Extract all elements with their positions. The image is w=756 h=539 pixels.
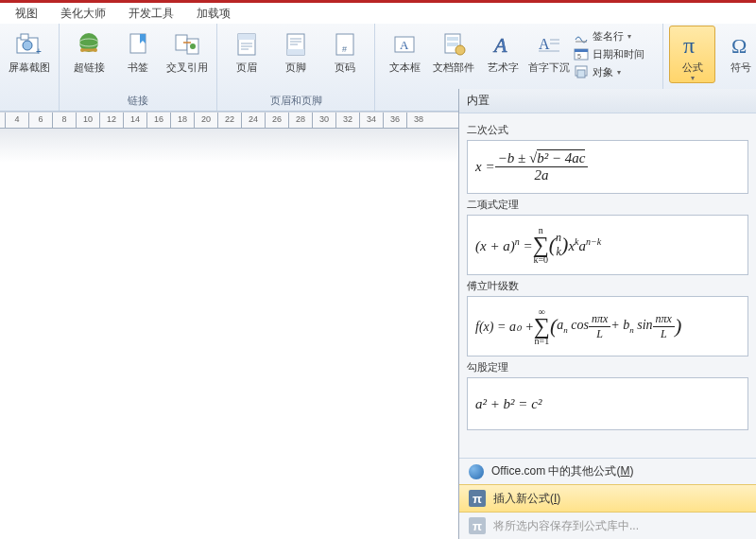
ruler-tick: 8 bbox=[52, 113, 76, 128]
bookmark-label: 书签 bbox=[128, 61, 148, 74]
footer-label: 页脚 bbox=[285, 61, 306, 74]
svg-point-11 bbox=[190, 43, 196, 49]
symbol-label: 符号 bbox=[730, 61, 751, 74]
tab-devtools[interactable]: 开发工具 bbox=[117, 3, 185, 23]
equation-office-more[interactable]: Office.com 中的其他公式(M) bbox=[459, 459, 756, 484]
symbol-icon: Ω bbox=[726, 29, 756, 60]
footer-icon bbox=[281, 29, 311, 60]
parts-icon bbox=[438, 29, 469, 60]
ruler-tick: 38 bbox=[406, 113, 430, 128]
ruler-tick: 16 bbox=[146, 113, 170, 128]
equation-button[interactable]: π 公式 ▾ bbox=[669, 26, 715, 83]
screenshot-button[interactable]: + 屏幕截图 bbox=[6, 26, 53, 74]
parts-label: 文档部件 bbox=[433, 61, 474, 74]
ruler-tick: 6 bbox=[28, 113, 52, 128]
equation-item-pythag[interactable]: a² + b² = c² bbox=[467, 377, 748, 430]
footer-button[interactable]: 页脚 bbox=[272, 26, 319, 74]
text-small-stack: 签名行 ▾ 5 日期和时间 对象 ▾ bbox=[572, 26, 657, 80]
equation-insert-new[interactable]: π 插入新公式(I) bbox=[459, 484, 756, 513]
dropcap-label: 首字下沉 bbox=[528, 61, 570, 74]
header-icon bbox=[232, 29, 262, 60]
object-button[interactable]: 对象 ▾ bbox=[572, 63, 657, 80]
equation-save-selection: π 将所选内容保存到公式库中... bbox=[459, 513, 756, 539]
crossref-button[interactable]: 交叉引用 bbox=[163, 26, 211, 74]
tab-addins[interactable]: 加载项 bbox=[185, 3, 242, 23]
svg-text:A: A bbox=[492, 33, 507, 57]
ruler-tick: 32 bbox=[335, 113, 359, 128]
header-label: 页眉 bbox=[236, 61, 257, 74]
ruler-tick: 14 bbox=[123, 113, 146, 128]
group-screenshot: + 屏幕截图 bbox=[0, 24, 60, 111]
hyperlink-button[interactable]: 超链接 bbox=[65, 26, 112, 74]
screenshot-icon: + bbox=[14, 29, 44, 60]
datetime-label: 日期和时间 bbox=[593, 47, 644, 61]
group-headerfooter: 页眉 页脚 # 页码 页眉和页脚 bbox=[217, 24, 375, 111]
svg-text:A: A bbox=[539, 36, 550, 52]
textbox-label: 文本框 bbox=[389, 61, 421, 74]
group-label-links: 链接 bbox=[65, 92, 211, 111]
dropcap-button[interactable]: A 首字下沉 bbox=[528, 26, 570, 74]
screenshot-label: 屏幕截图 bbox=[9, 61, 50, 74]
group-label-hf: 页眉和页脚 bbox=[223, 92, 369, 111]
tab-view[interactable]: 视图 bbox=[4, 3, 49, 23]
pi-icon: π bbox=[469, 490, 486, 507]
svg-text:#: # bbox=[342, 44, 347, 54]
textbox-button[interactable]: A 文本框 bbox=[381, 26, 428, 74]
bookmark-button[interactable]: 书签 bbox=[114, 26, 162, 74]
ruler-tick: 18 bbox=[170, 113, 194, 128]
dropcap-icon: A bbox=[534, 29, 564, 60]
equation-item-quadratic[interactable]: x = −b ± √b² − 4ac 2a bbox=[467, 140, 748, 194]
equation-title-fourier: 傅立叶级数 bbox=[467, 279, 748, 293]
ruler-tick: 30 bbox=[312, 113, 335, 128]
sigline-icon bbox=[574, 28, 589, 43]
ruler-tick: 22 bbox=[217, 113, 241, 128]
ruler-tick: 24 bbox=[241, 113, 265, 128]
globe-icon bbox=[469, 464, 484, 479]
svg-point-29 bbox=[455, 45, 465, 55]
svg-text:5: 5 bbox=[577, 53, 581, 60]
svg-rect-37 bbox=[575, 49, 588, 52]
pageno-label: 页码 bbox=[335, 61, 355, 74]
tab-beautify[interactable]: 美化大师 bbox=[49, 3, 117, 23]
pageno-icon: # bbox=[330, 29, 360, 60]
svg-rect-27 bbox=[447, 37, 458, 41]
equation-title-quadratic: 二次公式 bbox=[467, 123, 748, 137]
equation-title-pythag: 勾股定理 bbox=[467, 360, 748, 374]
group-links: 超链接 书签 交叉引用 链接 bbox=[60, 24, 217, 111]
bookmark-icon bbox=[123, 29, 153, 60]
equation-gallery-footer: Office.com 中的其他公式(M) π 插入新公式(I) π 将所选内容保… bbox=[459, 458, 756, 539]
pageno-button[interactable]: # 页码 bbox=[321, 26, 369, 74]
svg-text:+: + bbox=[36, 46, 42, 57]
svg-text:Ω: Ω bbox=[731, 34, 747, 57]
equation-save-selection-label: 将所选内容保存到公式库中... bbox=[493, 518, 639, 534]
svg-point-2 bbox=[23, 41, 32, 50]
svg-rect-18 bbox=[287, 49, 304, 55]
equation-title-binomial: 二项式定理 bbox=[467, 198, 748, 212]
wordart-button[interactable]: A 艺术字 bbox=[479, 26, 526, 74]
datetime-icon: 5 bbox=[574, 46, 589, 61]
equation-gallery-list: 二次公式 x = −b ± √b² − 4ac 2a 二项式定理 (x + a)… bbox=[459, 113, 756, 458]
parts-button[interactable]: 文档部件 bbox=[430, 26, 477, 74]
svg-text:A: A bbox=[400, 38, 409, 52]
header-button[interactable]: 页眉 bbox=[223, 26, 270, 74]
textbox-icon: A bbox=[389, 29, 420, 60]
sigline-button[interactable]: 签名行 ▾ bbox=[572, 27, 657, 44]
symbol-button[interactable]: Ω 符号 bbox=[717, 26, 756, 74]
equation-icon: π bbox=[678, 29, 708, 60]
svg-rect-1 bbox=[21, 34, 28, 40]
ruler-tick: 4 bbox=[5, 113, 28, 128]
hyperlink-icon bbox=[74, 29, 104, 60]
wordart-icon: A bbox=[488, 29, 518, 60]
equation-item-fourier[interactable]: f(x) = a₀ + ∞∑n=1 ( an cos nπxL + bn sin… bbox=[467, 296, 748, 356]
pi-icon-disabled: π bbox=[469, 517, 486, 534]
datetime-button[interactable]: 5 日期和时间 bbox=[572, 45, 657, 62]
ruler-tick: 10 bbox=[76, 113, 99, 128]
svg-text:π: π bbox=[683, 33, 695, 58]
ruler-tick: 34 bbox=[359, 113, 383, 128]
crossref-icon bbox=[172, 29, 202, 60]
equation-gallery-header: 内置 bbox=[459, 89, 756, 113]
equation-item-binomial[interactable]: (x + a)n = n∑k=0 ( nk ) xkan−k bbox=[467, 215, 748, 275]
sigline-label: 签名行 bbox=[593, 29, 624, 43]
ruler-tick: 28 bbox=[288, 113, 312, 128]
dropdown-arrow-icon: ▾ bbox=[691, 74, 695, 82]
